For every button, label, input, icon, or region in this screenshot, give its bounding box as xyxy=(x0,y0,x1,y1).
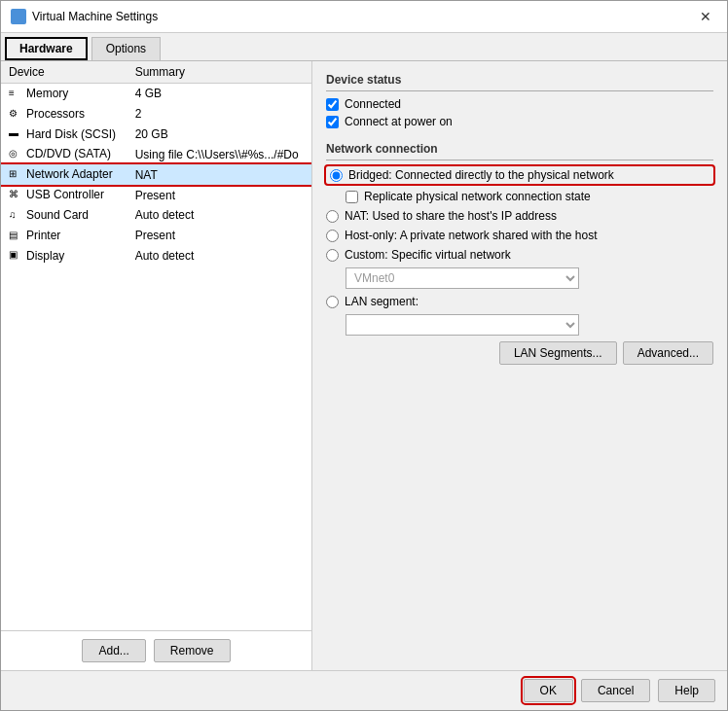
lan-segment-select[interactable] xyxy=(346,314,579,336)
table-row[interactable]: ▣DisplayAuto detect xyxy=(1,246,311,267)
radio-bridged-row[interactable]: Bridged: Connected directly to the physi… xyxy=(326,166,713,184)
radio-lan-row[interactable]: LAN segment: xyxy=(326,295,713,308)
device-status-label: Device status xyxy=(326,73,713,87)
help-button[interactable]: Help xyxy=(658,679,715,702)
lan-segments-button[interactable]: LAN Segments... xyxy=(499,341,617,365)
connect-at-power-on-label: Connect at power on xyxy=(345,115,453,128)
lan-segment-dropdown-row xyxy=(346,314,713,336)
vmnet-dropdown-row: VMnet0 xyxy=(346,267,713,289)
advanced-button[interactable]: Advanced... xyxy=(623,341,713,365)
network-connection-section: Network connection Bridged: Connected di… xyxy=(326,142,713,365)
network-connection-label: Network connection xyxy=(326,142,713,156)
radio-group: Bridged: Connected directly to the physi… xyxy=(326,166,713,336)
tab-options[interactable]: Options xyxy=(91,37,161,60)
connect-at-power-on-checkbox[interactable] xyxy=(326,116,339,128)
footer-buttons: OK Cancel Help xyxy=(1,670,727,710)
connected-label: Connected xyxy=(345,97,401,111)
virtual-machine-settings-window: Virtual Machine Settings ✕ Hardware Opti… xyxy=(0,0,728,711)
replicate-row: Replicate physical network connection st… xyxy=(346,190,713,203)
table-row[interactable]: ◎CD/DVD (SATA)Using file C:\\Users\\#%s.… xyxy=(1,144,311,164)
connected-checkbox[interactable] xyxy=(326,98,339,111)
radio-bridged-label: Bridged: Connected directly to the physi… xyxy=(348,168,614,182)
replicate-checkbox[interactable] xyxy=(346,191,358,203)
cancel-button[interactable]: Cancel xyxy=(581,679,650,702)
add-button[interactable]: Add... xyxy=(82,639,145,662)
radio-host-only-row[interactable]: Host-only: A private network shared with… xyxy=(326,229,713,242)
radio-host-only-label: Host-only: A private network shared with… xyxy=(345,229,597,242)
title-bar-left: Virtual Machine Settings xyxy=(11,9,158,24)
table-row[interactable]: ⌘USB ControllerPresent xyxy=(1,185,311,205)
table-row[interactable]: ≡Memory4 GB xyxy=(1,84,311,104)
device-table: Device Summary ≡Memory4 GB⚙Processors2▬H… xyxy=(1,61,311,630)
connected-row: Connected xyxy=(326,97,713,111)
radio-nat-label: NAT: Used to share the host's IP address xyxy=(345,209,557,223)
ok-button[interactable]: OK xyxy=(524,679,573,702)
radio-custom-label: Custom: Specific virtual network xyxy=(345,248,511,262)
radio-nat[interactable] xyxy=(326,210,339,223)
window-title: Virtual Machine Settings xyxy=(32,10,158,23)
title-bar: Virtual Machine Settings ✕ xyxy=(1,1,727,33)
col-device: Device xyxy=(1,61,127,84)
table-row[interactable]: ▤PrinterPresent xyxy=(1,226,311,246)
connect-at-power-on-row: Connect at power on xyxy=(326,115,713,128)
tabs-bar: Hardware Options xyxy=(1,33,727,61)
device-status-section: Device status Connected Connect at power… xyxy=(326,73,713,132)
radio-lan-segment-label: LAN segment: xyxy=(345,295,419,308)
tab-hardware[interactable]: Hardware xyxy=(5,37,88,60)
close-button[interactable]: ✕ xyxy=(694,7,717,26)
radio-bridged[interactable] xyxy=(330,169,343,182)
col-summary: Summary xyxy=(127,61,311,84)
radio-custom-row[interactable]: Custom: Specific virtual network xyxy=(326,248,713,262)
vm-icon xyxy=(11,9,26,24)
replicate-label: Replicate physical network connection st… xyxy=(364,190,591,203)
radio-nat-row[interactable]: NAT: Used to share the host's IP address xyxy=(326,209,713,223)
table-row[interactable]: ⊞Network AdapterNAT xyxy=(1,164,311,185)
left-panel: Device Summary ≡Memory4 GB⚙Processors2▬H… xyxy=(1,61,312,670)
right-action-buttons: LAN Segments... Advanced... xyxy=(326,341,713,365)
radio-host-only[interactable] xyxy=(326,230,339,242)
table-row[interactable]: ⚙Processors2 xyxy=(1,104,311,124)
table-row[interactable]: ▬Hard Disk (SCSI)20 GB xyxy=(1,124,311,145)
right-panel: Device status Connected Connect at power… xyxy=(312,61,727,670)
main-content: Device Summary ≡Memory4 GB⚙Processors2▬H… xyxy=(1,61,727,670)
table-row[interactable]: ♫Sound CardAuto detect xyxy=(1,205,311,226)
radio-lan-segment[interactable] xyxy=(326,296,339,308)
radio-custom[interactable] xyxy=(326,249,339,262)
vmnet-select[interactable]: VMnet0 xyxy=(346,267,579,289)
remove-button[interactable]: Remove xyxy=(154,639,231,662)
left-panel-buttons: Add... Remove xyxy=(1,630,311,670)
